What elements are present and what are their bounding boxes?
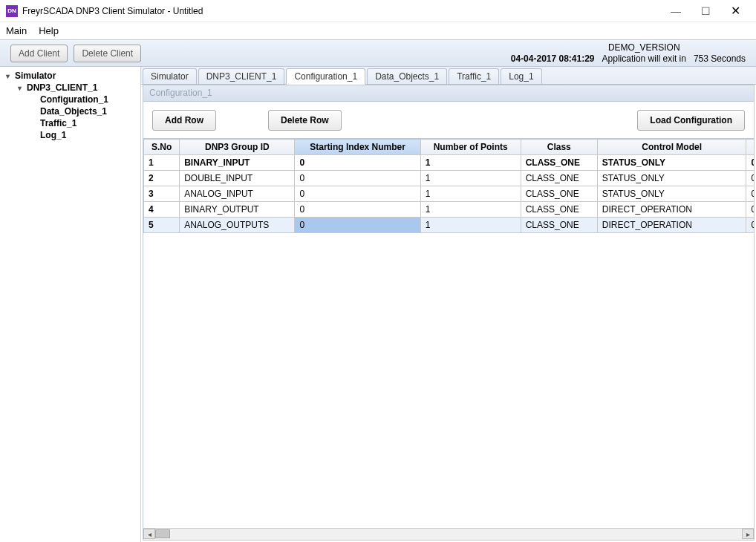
grid-header-row: S.No DNP3 Group ID Starting Index Number… bbox=[144, 140, 755, 155]
table-row[interactable]: 2DOUBLE_INPUT01CLASS_ONESTATUS_ONLY00 bbox=[144, 171, 755, 186]
col-header-control-model[interactable]: Control Model bbox=[597, 140, 746, 155]
cell-group-id[interactable]: BINARY_INPUT bbox=[180, 155, 295, 171]
tree-item-label: Configuration_1 bbox=[40, 94, 108, 105]
table-row[interactable]: 4BINARY_OUTPUT01CLASS_ONEDIRECT_OPERATIO… bbox=[144, 202, 755, 218]
cell-class[interactable]: CLASS_ONE bbox=[521, 155, 597, 171]
scrollbar-thumb[interactable] bbox=[155, 529, 170, 538]
tree-client-label: DNP3_CLIENT_1 bbox=[27, 82, 97, 93]
col-header-class[interactable]: Class bbox=[521, 140, 597, 155]
cell-control-model[interactable]: STATUS_ONLY bbox=[597, 171, 746, 186]
config-grid: S.No DNP3 Group ID Starting Index Number… bbox=[143, 139, 754, 233]
cell-starting-index[interactable]: 0 bbox=[295, 155, 420, 171]
cell-class[interactable]: CLASS_ONE bbox=[521, 186, 597, 202]
status-seconds-value: 753 bbox=[694, 53, 708, 64]
cell-num-points[interactable]: 1 bbox=[420, 155, 521, 171]
cell-class[interactable]: CLASS_ONE bbox=[521, 218, 597, 233]
cell-class[interactable]: CLASS_ONE bbox=[521, 202, 597, 218]
tree-item-data-objects[interactable]: Data_Objects_1 bbox=[1, 105, 139, 117]
cell-control-model[interactable]: STATUS_ONLY bbox=[597, 155, 746, 171]
maximize-button[interactable]: ☐ bbox=[691, 1, 720, 22]
caret-down-icon[interactable]: ▾ bbox=[6, 72, 15, 80]
table-row[interactable]: 5ANALOG_OUTPUTS01CLASS_ONEDIRECT_OPERATI… bbox=[144, 218, 755, 233]
cell-sbo-timeout[interactable]: 0 bbox=[746, 218, 754, 233]
cell-sno[interactable]: 1 bbox=[144, 155, 180, 171]
cell-control-model[interactable]: STATUS_ONLY bbox=[597, 186, 746, 202]
cell-group-id[interactable]: DOUBLE_INPUT bbox=[180, 171, 295, 186]
tree-root-label: Simulator bbox=[15, 71, 56, 81]
cell-starting-index[interactable]: 0 bbox=[295, 171, 420, 186]
tree-item-traffic[interactable]: Traffic_1 bbox=[1, 117, 139, 129]
delete-row-button[interactable]: Delete Row bbox=[268, 110, 342, 131]
grid-scroll[interactable]: S.No DNP3 Group ID Starting Index Number… bbox=[143, 139, 754, 528]
titlebar: DN FreyrSCADA DNP3 Client Simulator - Un… bbox=[0, 0, 756, 22]
cell-group-id[interactable]: ANALOG_OUTPUTS bbox=[180, 218, 295, 233]
cell-num-points[interactable]: 1 bbox=[420, 202, 521, 218]
status-seconds-label: Seconds bbox=[711, 53, 746, 64]
cell-num-points[interactable]: 1 bbox=[420, 218, 521, 233]
pane-title: Configuration_1 bbox=[143, 85, 754, 102]
status-exit-label: Application will exit in bbox=[602, 53, 686, 64]
cell-num-points[interactable]: 1 bbox=[420, 171, 521, 186]
cell-class[interactable]: CLASS_ONE bbox=[521, 171, 597, 186]
minimize-button[interactable]: — bbox=[661, 1, 691, 22]
col-header-group-id[interactable]: DNP3 Group ID bbox=[180, 140, 295, 155]
cell-sbo-timeout[interactable]: 0 bbox=[746, 155, 754, 171]
col-header-sbo-timeout[interactable]: SBO TimeOut bbox=[746, 140, 754, 155]
tab-data-objects[interactable]: Data_Objects_1 bbox=[367, 68, 447, 84]
cell-sbo-timeout[interactable]: 0 bbox=[746, 202, 754, 218]
tab-configuration[interactable]: Configuration_1 bbox=[286, 68, 365, 85]
tree-item-log[interactable]: Log_1 bbox=[1, 129, 139, 141]
col-header-sno[interactable]: S.No bbox=[144, 140, 180, 155]
add-row-button[interactable]: Add Row bbox=[152, 110, 216, 131]
table-row[interactable]: 1BINARY_INPUT01CLASS_ONESTATUS_ONLY00 bbox=[144, 155, 755, 171]
cell-starting-index[interactable]: 0 bbox=[295, 202, 420, 218]
cell-sno[interactable]: 4 bbox=[144, 202, 180, 218]
table-row[interactable]: 3ANALOG_INPUT01CLASS_ONESTATUS_ONLY00 bbox=[144, 186, 755, 202]
tab-dnp3-client[interactable]: DNP3_CLIENT_1 bbox=[198, 68, 285, 84]
add-client-button[interactable]: Add Client bbox=[10, 45, 68, 62]
toolbar: Add Client Delete Client 04-04-2017 08:4… bbox=[0, 40, 756, 67]
cell-starting-index[interactable]: 0 bbox=[295, 218, 420, 233]
status-demo-label: DEMO_VERSION bbox=[602, 42, 686, 53]
tab-simulator[interactable]: Simulator bbox=[143, 68, 197, 84]
cell-group-id[interactable]: ANALOG_INPUT bbox=[180, 186, 295, 202]
cell-sno[interactable]: 2 bbox=[144, 171, 180, 186]
col-header-starting-index[interactable]: Starting Index Number bbox=[295, 140, 420, 155]
cell-sbo-timeout[interactable]: 0 bbox=[746, 171, 754, 186]
caret-down-icon[interactable]: ▾ bbox=[18, 84, 27, 92]
tree-item-label: Traffic_1 bbox=[40, 118, 76, 128]
scroll-left-icon[interactable]: ◂ bbox=[143, 529, 155, 539]
app-icon: DN bbox=[6, 5, 18, 17]
tree-root-simulator[interactable]: ▾ Simulator bbox=[1, 70, 139, 82]
tab-log[interactable]: Log_1 bbox=[501, 68, 541, 84]
delete-client-button[interactable]: Delete Client bbox=[74, 45, 141, 62]
window-title: FreyrSCADA DNP3 Client Simulator - Untit… bbox=[22, 6, 203, 16]
col-header-num-points[interactable]: Number of Points bbox=[420, 140, 521, 155]
horizontal-scrollbar[interactable]: ◂ ▸ bbox=[143, 528, 754, 540]
status-datetime: 04-04-2017 08:41:29 bbox=[511, 53, 595, 64]
close-button[interactable]: ✕ bbox=[720, 1, 750, 22]
tabs: Simulator DNP3_CLIENT_1 Configuration_1 … bbox=[141, 67, 756, 85]
sidebar-tree: ▾ Simulator ▾ DNP3_CLIENT_1 Configuratio… bbox=[0, 67, 141, 542]
status-block: 04-04-2017 08:41:29 DEMO_VERSION Applica… bbox=[511, 42, 746, 64]
tree-client[interactable]: ▾ DNP3_CLIENT_1 bbox=[1, 82, 139, 94]
tab-traffic[interactable]: Traffic_1 bbox=[449, 68, 499, 84]
load-configuration-button[interactable]: Load Configuration bbox=[637, 110, 745, 131]
cell-num-points[interactable]: 1 bbox=[420, 186, 521, 202]
scroll-right-icon[interactable]: ▸ bbox=[742, 529, 754, 539]
tree-item-label: Data_Objects_1 bbox=[40, 106, 107, 117]
cell-sno[interactable]: 3 bbox=[144, 186, 180, 202]
cell-control-model[interactable]: DIRECT_OPERATION bbox=[597, 202, 746, 218]
pane-toolbar: Add Row Delete Row Load Configuration bbox=[143, 102, 754, 139]
tree-item-label: Log_1 bbox=[40, 130, 66, 140]
menubar: Main Help bbox=[0, 22, 756, 40]
configuration-pane: Configuration_1 Add Row Delete Row Load … bbox=[143, 85, 755, 541]
menu-main[interactable]: Main bbox=[6, 25, 27, 36]
cell-control-model[interactable]: DIRECT_OPERATION bbox=[597, 218, 746, 233]
cell-starting-index[interactable]: 0 bbox=[295, 186, 420, 202]
cell-sbo-timeout[interactable]: 0 bbox=[746, 186, 754, 202]
cell-sno[interactable]: 5 bbox=[144, 218, 180, 233]
menu-help[interactable]: Help bbox=[39, 25, 59, 36]
tree-item-configuration[interactable]: Configuration_1 bbox=[1, 94, 139, 105]
cell-group-id[interactable]: BINARY_OUTPUT bbox=[180, 202, 295, 218]
